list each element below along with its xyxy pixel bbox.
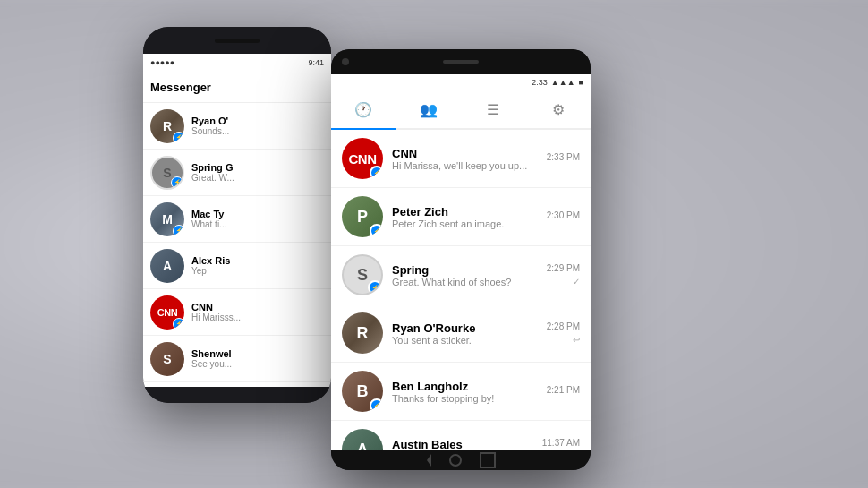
android-conv-item[interactable]: S⚡SpringGreat. What kind of shoes?2:29 P… [331, 246, 591, 304]
android-conv-item[interactable]: RRyan O'RourkeYou sent a sticker.2:28 PM… [331, 304, 591, 363]
iphone-conv-item[interactable]: S⚡Spring GGreat. W... [143, 150, 331, 196]
android-conv-text: Ben LangholzThanks for stopping by! [392, 380, 547, 404]
android-conv-time: 2:28 PM [547, 321, 580, 331]
messenger-badge: ⚡ [173, 225, 184, 236]
android-camera [342, 58, 349, 65]
iphone-avatar: M⚡ [150, 202, 184, 236]
iphone-conv-item[interactable]: SShenwelSee you... [143, 336, 331, 382]
android-conv-text: CNNHi Marissa, we'll keep you up... [392, 147, 547, 171]
iphone-header: Messenger [143, 72, 331, 103]
android-conv-meta: 11:37 AM✓ [542, 438, 580, 450]
android-conv-preview: You sent a sticker. [392, 335, 547, 346]
iphone-avatar: S [150, 342, 184, 376]
messenger-badge: ⚡ [370, 166, 383, 179]
iphone-conv-name: Ryan O' [191, 116, 324, 126]
iphone-conversation-list: R⚡Ryan O'Sounds...S⚡Spring GGreat. W...M… [143, 103, 331, 387]
iphone-conv-item[interactable]: CNN⚡CNNHi Marisss... [143, 289, 331, 336]
android-avatar: B⚡ [342, 371, 383, 412]
iphone-conv-preview: Yep [191, 266, 324, 276]
android-conv-status: ✓ [573, 277, 580, 287]
messenger-badge: ⚡ [368, 280, 382, 295]
iphone-app-title: Messenger [150, 81, 324, 94]
android-tab-settings[interactable]: ⚙ [526, 90, 591, 128]
android-avatar: S⚡ [342, 254, 383, 295]
android-tab-icon-recent: 🕐 [354, 101, 372, 118]
iphone-speaker [215, 39, 260, 43]
messenger-badge: ⚡ [171, 176, 183, 189]
android-conv-time: 11:37 AM [542, 438, 580, 448]
android-conv-meta: 2:28 PM↩ [547, 321, 580, 345]
iphone-conv-text: Spring GGreat. W... [191, 162, 324, 183]
android-avatar: A [342, 429, 383, 450]
iphone-conv-text: Alex RisYep [191, 255, 324, 276]
messenger-badge: ⚡ [173, 318, 184, 330]
android-conv-meta: 2:33 PM [547, 152, 580, 166]
iphone-device: ●●●●● 9:41 Messenger R⚡Ryan O'Sounds...S… [143, 27, 331, 403]
android-tab-icon-groups: 👥 [420, 101, 438, 118]
android-conv-item[interactable]: AAustin BalesMeet you downstairs in 15 m… [331, 421, 591, 450]
android-conv-name: Ben Langholz [392, 380, 547, 393]
android-conv-time: 2:30 PM [547, 210, 580, 220]
android-top-bar [331, 49, 591, 74]
iphone-conv-preview: See you... [191, 359, 324, 369]
android-tab-groups[interactable]: 👥 [396, 90, 462, 128]
android-device: 2:33 ▲▲▲ ■ 🕐👥☰⚙ CNN⚡CNNHi Marissa, we'll… [331, 49, 591, 470]
android-conv-text: SpringGreat. What kind of shoes? [392, 263, 547, 287]
iphone-conv-item[interactable]: M⚡Mac TyWhat ti... [143, 196, 331, 243]
android-tab-list[interactable]: ☰ [461, 90, 526, 128]
android-time: 2:33 [532, 78, 548, 87]
android-status-bar: 2:33 ▲▲▲ ■ [331, 74, 591, 90]
iphone-conv-preview: Hi Marisss... [191, 312, 324, 322]
android-battery: ■ [579, 78, 583, 87]
iphone-conv-preview: Sounds... [191, 126, 324, 136]
iphone-conv-item[interactable]: R⚡Ryan O'Sounds... [143, 103, 331, 150]
android-avatar: P⚡ [342, 196, 383, 237]
messenger-badge: ⚡ [370, 224, 383, 237]
android-conv-time: 2:33 PM [547, 152, 580, 162]
android-tab-icon-settings: ⚙ [552, 101, 565, 118]
android-conv-text: Austin BalesMeet you downstairs in 15 mi… [392, 438, 542, 451]
android-speaker [443, 60, 479, 64]
android-conversation-list: CNN⚡CNNHi Marissa, we'll keep you up...2… [331, 130, 591, 450]
iphone-conv-text: Ryan O'Sounds... [191, 116, 324, 136]
android-conv-name: Ryan O'Rourke [392, 321, 547, 335]
iphone-status-bar: ●●●●● 9:41 [143, 54, 331, 72]
android-conv-name: Spring [392, 263, 547, 277]
iphone-conv-name: Alex Ris [191, 255, 324, 266]
iphone-avatar: S⚡ [150, 156, 184, 190]
iphone-conv-name: Shenwel [191, 348, 324, 359]
messenger-badge: ⚡ [370, 398, 383, 412]
android-tab-bar: 🕐👥☰⚙ [331, 90, 591, 130]
android-avatar: R [342, 312, 383, 354]
iphone-conv-item[interactable]: KKari LeeThat wo... [143, 382, 331, 387]
android-avatar: CNN⚡ [342, 138, 383, 179]
android-signal: ▲▲▲ [551, 78, 575, 87]
android-conv-text: Peter ZichPeter Zich sent an image. [392, 205, 547, 229]
iphone-bottom [143, 387, 331, 403]
android-conv-preview: Hi Marissa, we'll keep you up... [392, 160, 547, 171]
android-conv-meta: 2:29 PM✓ [547, 263, 580, 287]
android-conv-item[interactable]: P⚡Peter ZichPeter Zich sent an image.2:3… [331, 188, 591, 246]
android-home-btn[interactable] [449, 454, 462, 467]
android-conv-preview: Peter Zich sent an image. [392, 218, 547, 229]
iphone-conv-preview: Great. W... [191, 173, 324, 183]
messenger-badge: ⚡ [173, 132, 184, 143]
iphone-avatar: R⚡ [150, 109, 184, 143]
android-conv-name: CNN [392, 147, 547, 160]
android-conv-name: Austin Bales [392, 438, 542, 451]
iphone-conv-name: Mac Ty [191, 209, 324, 219]
android-back-btn[interactable] [427, 454, 431, 467]
android-tab-recent[interactable]: 🕐 [331, 90, 396, 128]
android-conv-item[interactable]: B⚡Ben LangholzThanks for stopping by!2:2… [331, 363, 591, 421]
iphone-conv-name: Spring G [191, 162, 324, 173]
android-conv-time: 2:21 PM [547, 385, 580, 395]
iphone-conv-name: CNN [191, 302, 324, 312]
android-conv-preview: Great. What kind of shoes? [392, 277, 547, 287]
iphone-conv-item[interactable]: AAlex RisYep [143, 243, 331, 289]
android-conv-name: Peter Zich [392, 205, 547, 218]
android-conv-meta: 2:30 PM [547, 210, 580, 224]
iphone-conv-text: CNNHi Marisss... [191, 302, 324, 322]
android-conv-item[interactable]: CNN⚡CNNHi Marissa, we'll keep you up...2… [331, 130, 591, 188]
iphone-conv-preview: What ti... [191, 219, 324, 229]
android-recents-btn[interactable] [480, 452, 496, 468]
